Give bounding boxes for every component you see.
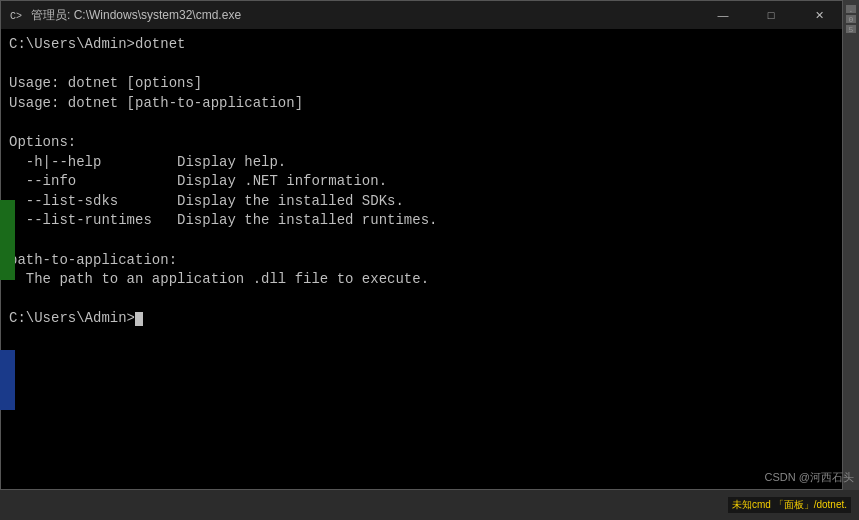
sidebar-item: . xyxy=(846,5,856,13)
cmd-icon: C> xyxy=(9,7,25,23)
terminal-line-1: C:\Users\Admin>dotnet Usage: dotnet [opt… xyxy=(9,36,437,326)
sidebar-item: 5 xyxy=(846,25,856,33)
window-controls: — □ ✕ xyxy=(700,1,842,29)
cmd-window: C> 管理员: C:\Windows\system32\cmd.exe — □ … xyxy=(0,0,843,490)
watermark-text: CSDN @河西石头 xyxy=(765,471,854,483)
taskbar-notification: 未知cmd 「面板」/dotnet. xyxy=(728,497,851,513)
left-panel-green xyxy=(0,200,15,280)
cursor xyxy=(135,312,143,326)
minimize-button[interactable]: — xyxy=(700,1,746,29)
left-panel-blue xyxy=(0,350,15,410)
taskbar: 未知cmd 「面板」/dotnet. xyxy=(0,490,859,520)
watermark: CSDN @河西石头 xyxy=(765,470,854,485)
svg-text:C>: C> xyxy=(10,11,22,22)
title-bar: C> 管理员: C:\Windows\system32\cmd.exe — □ … xyxy=(1,1,842,29)
terminal-content[interactable]: C:\Users\Admin>dotnet Usage: dotnet [opt… xyxy=(1,29,842,489)
taskbar-right: 未知cmd 「面板」/dotnet. xyxy=(728,497,851,513)
sidebar-item: 0 xyxy=(846,15,856,23)
close-button[interactable]: ✕ xyxy=(796,1,842,29)
maximize-button[interactable]: □ xyxy=(748,1,794,29)
right-sidebar: . 0 5 xyxy=(843,0,859,490)
desktop: C> 管理员: C:\Windows\system32\cmd.exe — □ … xyxy=(0,0,859,520)
